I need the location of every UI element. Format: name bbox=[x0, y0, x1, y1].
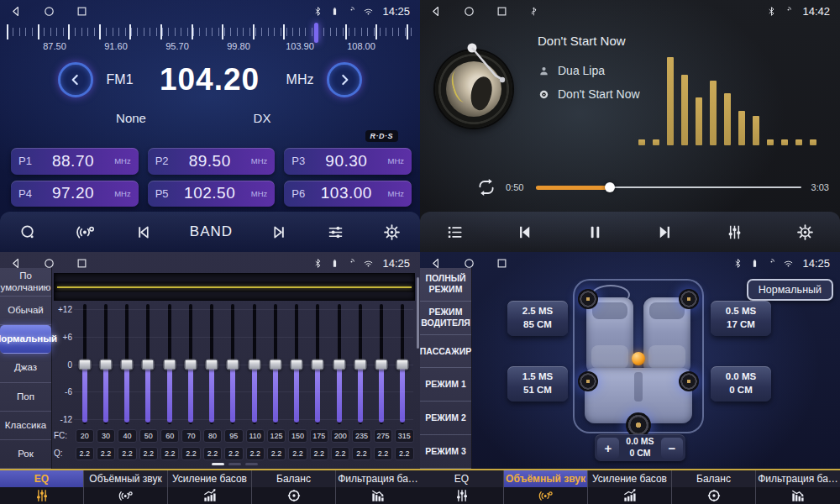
nav-back-icon[interactable] bbox=[10, 5, 23, 18]
nav-back-icon[interactable] bbox=[430, 257, 443, 270]
page-dot bbox=[212, 463, 224, 465]
progress-bar[interactable] bbox=[536, 186, 801, 188]
tab-surround[interactable]: Объёмный звук bbox=[84, 470, 168, 504]
favorite-icon[interactable] bbox=[442, 177, 461, 197]
radio-preset-p1[interactable]: P188.70MHz bbox=[11, 148, 139, 175]
profile-badge[interactable]: Нормальный bbox=[747, 279, 833, 301]
previous-station-icon[interactable] bbox=[134, 223, 153, 242]
elapsed-time: 0:50 bbox=[506, 182, 523, 192]
nav-recents-icon[interactable] bbox=[496, 257, 508, 270]
tuner-settings-icon[interactable] bbox=[326, 223, 345, 242]
delay-rear-left-button[interactable]: 1.5 MS 51 CM bbox=[507, 366, 568, 402]
radio-preset-p2[interactable]: P289.50MHz bbox=[148, 148, 276, 175]
delay-front-right-button[interactable]: 0.5 MS 17 CM bbox=[711, 301, 771, 336]
next-track-icon[interactable] bbox=[655, 223, 675, 242]
frequency-scale-label: 103.90 bbox=[286, 41, 314, 51]
eq-preset-item[interactable]: Джаз bbox=[0, 354, 51, 382]
nav-back-icon[interactable] bbox=[10, 257, 23, 270]
delay-adjust-control: + 0.0 MS 0 CM − bbox=[595, 434, 685, 461]
preset-frequency: 103.00 bbox=[308, 184, 384, 202]
frequency-scale[interactable]: 87.5091.6095.7099.80103.90108.00 bbox=[0, 23, 420, 55]
tab-eq[interactable]: EQ bbox=[0, 470, 84, 504]
nav-home-icon[interactable] bbox=[463, 5, 475, 18]
song-title: Don't Start Now bbox=[538, 34, 626, 48]
tab-eq-icon bbox=[0, 487, 83, 504]
fc-value: 125 bbox=[267, 429, 286, 443]
spectrum-bar bbox=[638, 139, 645, 145]
radio-preset-p4[interactable]: P497.20MHz bbox=[11, 181, 139, 207]
tab-filter[interactable]: Фильтрация ба… bbox=[756, 470, 840, 504]
eq-preset-item[interactable]: Рок bbox=[0, 440, 51, 469]
nav-home-icon[interactable] bbox=[463, 257, 475, 270]
listening-mode-item[interactable]: ПАССАЖИР bbox=[420, 335, 471, 369]
spectrum-bar bbox=[696, 97, 702, 145]
playlist-icon[interactable] bbox=[445, 223, 465, 242]
frequency-unit: MHz bbox=[286, 72, 314, 87]
frequency-scale-label: 108.00 bbox=[347, 41, 375, 51]
nav-recents-icon[interactable] bbox=[76, 257, 88, 270]
tab-surround[interactable]: Объёмный звук bbox=[504, 470, 588, 504]
page-dot bbox=[228, 463, 241, 465]
seek-down-button[interactable] bbox=[58, 62, 93, 97]
delay-rear-right-button[interactable]: 0.0 MS 0 CM bbox=[711, 366, 771, 402]
tab-bass-boost[interactable]: Усиление басов bbox=[588, 470, 672, 504]
band-button[interactable]: BAND bbox=[190, 223, 233, 240]
preset-id: P6 bbox=[291, 187, 305, 200]
search-icon[interactable] bbox=[18, 223, 38, 242]
decrease-delay-button[interactable]: − bbox=[661, 438, 683, 459]
scrollbar[interactable] bbox=[417, 277, 419, 349]
gear-icon[interactable] bbox=[382, 223, 402, 242]
tab-balance[interactable]: Баланс bbox=[252, 470, 336, 504]
eq-slider-fill bbox=[379, 365, 384, 423]
tab-label: Баланс bbox=[252, 470, 335, 487]
eq-preset-list: По умолчаниюОбычайНормальныйДжазПопКласс… bbox=[0, 268, 52, 469]
radio-preset-p6[interactable]: P6103.00MHz bbox=[284, 181, 412, 207]
adjust-ms: 0.0 MS bbox=[626, 436, 654, 446]
speaker-rear-right bbox=[679, 371, 699, 391]
progress-knob[interactable] bbox=[605, 182, 615, 192]
delay-front-left-button[interactable]: 2.5 MS 85 CM bbox=[507, 301, 568, 336]
nav-home-icon[interactable] bbox=[43, 5, 55, 18]
location-icon bbox=[766, 258, 777, 269]
listening-mode-item[interactable]: РЕЖИМ 1 bbox=[420, 368, 471, 402]
track-name: Don't Start Now bbox=[558, 87, 640, 101]
pause-icon[interactable] bbox=[585, 223, 605, 242]
tab-filter[interactable]: Фильтрация ба… bbox=[336, 470, 420, 504]
fc-value: 200 bbox=[331, 429, 349, 443]
radio-preset-p5[interactable]: P5102.50MHz bbox=[148, 181, 276, 207]
next-station-icon[interactable] bbox=[270, 223, 289, 242]
tab-label: Усиление басов bbox=[168, 470, 251, 487]
eq-preset-item[interactable]: Классика bbox=[0, 412, 51, 440]
listening-mode-item[interactable]: РЕЖИМ 3 bbox=[420, 435, 471, 469]
repeat-icon[interactable] bbox=[475, 176, 497, 198]
tab-label: EQ bbox=[420, 470, 503, 487]
broadcast-icon[interactable] bbox=[75, 221, 97, 243]
tab-balance[interactable]: Баланс bbox=[672, 470, 756, 504]
tab-eq[interactable]: EQ bbox=[420, 470, 504, 504]
eq-preset-item[interactable]: Поп bbox=[0, 383, 51, 412]
nav-recents-icon[interactable] bbox=[496, 5, 508, 18]
surround-screen: 14:25 ПОЛНЫЙ РЕЖИМРЕЖИМ ВОДИТЕЛЯПАССАЖИР… bbox=[420, 252, 840, 504]
nav-home-icon[interactable] bbox=[43, 257, 55, 270]
seek-up-button[interactable] bbox=[327, 62, 362, 97]
delay-cm: 85 CM bbox=[523, 318, 552, 332]
bluetooth-icon bbox=[766, 6, 777, 17]
gear-icon[interactable] bbox=[795, 223, 815, 242]
fc-value: 315 bbox=[395, 429, 413, 443]
radio-preset-p3[interactable]: P390.30MHz bbox=[284, 148, 412, 175]
listening-mode-item[interactable]: РЕЖИМ 2 bbox=[420, 402, 471, 435]
bluetooth-icon bbox=[312, 6, 323, 17]
listening-mode-item[interactable]: РЕЖИМ ВОДИТЕЛЯ bbox=[420, 302, 471, 335]
tab-bass-boost[interactable]: Усиление басов bbox=[168, 470, 252, 504]
nav-back-icon[interactable] bbox=[430, 5, 443, 18]
station-name: None bbox=[116, 111, 146, 125]
eq-preset-item[interactable]: Нормальный bbox=[0, 325, 51, 354]
tab-eq-icon bbox=[420, 487, 503, 504]
nav-recents-icon[interactable] bbox=[76, 5, 88, 18]
increase-delay-button[interactable]: + bbox=[597, 438, 619, 459]
equalizer-icon[interactable] bbox=[725, 223, 744, 242]
artist-row: Dua Lipa bbox=[538, 64, 605, 77]
previous-track-icon[interactable] bbox=[515, 223, 534, 242]
page-dot bbox=[245, 463, 258, 465]
eq-preset-item[interactable]: Обычай bbox=[0, 297, 51, 325]
